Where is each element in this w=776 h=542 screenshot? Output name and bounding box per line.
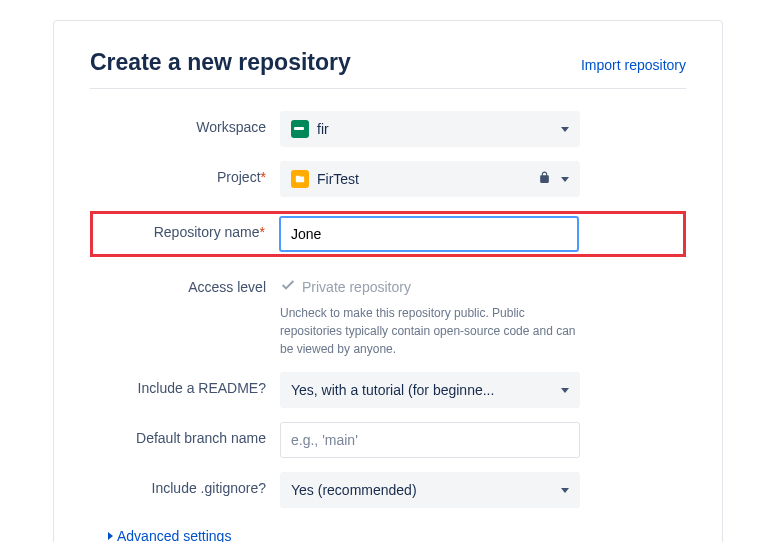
create-repo-panel: Create a new repository Import repositor… [53,20,723,542]
branch-row: Default branch name [90,422,686,458]
readme-select[interactable]: Yes, with a tutorial (for beginne... [280,372,580,408]
import-repository-link[interactable]: Import repository [581,57,686,73]
workspace-icon [291,120,309,138]
private-checkbox-label: Private repository [302,279,411,295]
default-branch-input[interactable] [280,422,580,458]
folder-icon [291,170,309,188]
workspace-select[interactable]: fir [280,111,580,147]
gitignore-row: Include .gitignore? Yes (recommended) [90,472,686,508]
chevron-down-icon [561,127,569,132]
chevron-down-icon [561,488,569,493]
private-checkbox-row: Private repository [280,271,580,296]
required-marker: * [261,169,266,185]
advanced-settings-toggle[interactable]: Advanced settings [108,528,231,542]
chevron-right-icon [108,532,113,540]
project-label: Project* [90,161,280,185]
gitignore-value: Yes (recommended) [291,482,561,498]
access-help-text: Uncheck to make this repository public. … [280,304,580,358]
branch-label: Default branch name [90,422,280,446]
panel-header: Create a new repository Import repositor… [90,49,686,89]
lock-icon [538,171,551,187]
workspace-label: Workspace [90,111,280,135]
readme-value: Yes, with a tutorial (for beginne... [291,382,561,398]
gitignore-select[interactable]: Yes (recommended) [280,472,580,508]
checkmark-icon[interactable] [280,277,296,296]
repo-name-label-text: Repository name [154,224,260,240]
repo-name-row: Repository name* [95,216,681,252]
access-row: Access level Private repository Uncheck … [90,271,686,358]
repo-name-label: Repository name* [95,216,279,240]
chevron-down-icon [561,388,569,393]
project-value: FirTest [317,171,538,187]
chevron-down-icon [561,177,569,182]
workspace-value: fir [317,121,561,137]
access-label: Access level [90,271,280,295]
repo-name-input[interactable] [279,216,579,252]
advanced-label: Advanced settings [117,528,231,542]
readme-label: Include a README? [90,372,280,396]
project-row: Project* FirTest [90,161,686,197]
readme-row: Include a README? Yes, with a tutorial (… [90,372,686,408]
workspace-row: Workspace fir [90,111,686,147]
project-label-text: Project [217,169,261,185]
project-select[interactable]: FirTest [280,161,580,197]
repo-name-highlight: Repository name* [90,211,686,257]
required-marker: * [260,224,265,240]
gitignore-label: Include .gitignore? [90,472,280,496]
page-title: Create a new repository [90,49,351,76]
